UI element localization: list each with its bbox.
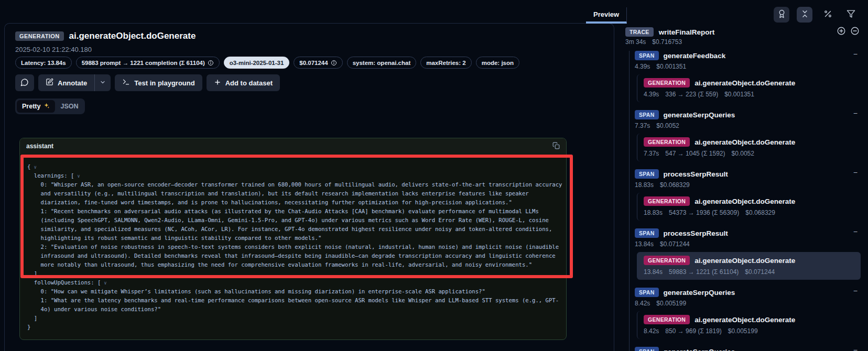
span-block: SPANgenerateSerpQueries− (635, 346, 864, 351)
span-row[interactable]: SPANgenerateSerpQueries− (635, 109, 864, 120)
badge-label: mode: json (482, 60, 514, 66)
percent-icon (823, 9, 832, 20)
span-row[interactable]: SPANgenerateSerpQueries− (635, 287, 864, 298)
span-name: generateSerpQueries (664, 348, 735, 351)
span-row[interactable]: SPANgenerateFeedback− (635, 50, 864, 61)
generation-name: ai.generateObject.doGenerate (695, 198, 795, 205)
award-icon (777, 9, 786, 20)
code-text: 0: "How can we mitigate Whisper’s limita… (27, 288, 485, 294)
funnel-icon (847, 9, 855, 20)
span-metrics: 8.42s$0.005199 (635, 300, 864, 308)
json-output-viewer: {∨ learnings: [∨ 0: "Whisper ASR, an ope… (20, 154, 566, 338)
generation-cost: $0.071244 (745, 268, 775, 277)
generation-type-badge: GENERATION (644, 196, 690, 206)
generation-cost: $0.0052 (732, 150, 754, 158)
collapse-toggle[interactable]: − (853, 287, 858, 295)
code-line: followUpQuestions: [∨ (27, 278, 559, 287)
generation-title-row: GENERATIONai.generateObject.doGenerate (644, 195, 856, 207)
span-cost: $0.071244 (660, 240, 690, 249)
collapse-toggle[interactable]: − (853, 50, 858, 58)
generation-row[interactable]: GENERATIONai.generateObject.doGenerate7.… (637, 134, 861, 161)
sidebar-icon-toolbar (774, 7, 859, 23)
generation-tokens: 54373 → 1936 (Σ 56309) (669, 209, 739, 217)
code-text: similarity, and specialized measures (NC… (27, 226, 552, 232)
collapse-all-button[interactable] (797, 7, 812, 23)
generation-row[interactable]: GENERATIONai.generateObject.doGenerate8.… (637, 311, 861, 339)
span-row[interactable]: SPANprocessSerpResult− (635, 227, 864, 239)
collapse-toggle[interactable]: − (853, 168, 858, 177)
plus-circle-icon[interactable] (837, 26, 846, 38)
code-text: diarization, fine-tuned word timestamps,… (27, 199, 512, 205)
generation-latency: 13.84s (644, 268, 663, 277)
copy-icon[interactable] (552, 142, 560, 151)
span-metrics: 13.84s$0.071244 (635, 240, 864, 249)
collapse-caret-icon[interactable]: ∨ (34, 164, 36, 170)
collapse-toggle[interactable]: − (853, 227, 858, 236)
comment-icon (20, 78, 29, 88)
span-tree: SPANgenerateFeedback−4.39s$0.001351GENER… (625, 50, 864, 351)
code-line: 1: "Recent benchmarks on adversarial aud… (27, 207, 559, 216)
metadata-badge: Latency: 13.84s (15, 57, 72, 69)
code-text: { (27, 163, 30, 170)
code-text: followUpQuestions: [ (27, 279, 101, 286)
generation-row[interactable]: GENERATIONai.generateObject.doGenerate18… (637, 193, 861, 221)
badge-label: Latency: 13.84s (21, 60, 66, 66)
info-icon[interactable] (331, 60, 337, 66)
span-type-badge: SPAN (635, 347, 659, 351)
annotate-button[interactable]: Annotate (38, 74, 95, 91)
generation-type-badge: GENERATION (644, 256, 690, 265)
trace-root-row[interactable]: TRACE writeFinalReport (625, 26, 860, 38)
code-line: 2: "Evaluation of noise robustness in sp… (27, 243, 559, 251)
generation-latency: 7.37s (644, 150, 659, 158)
collapse-toggle[interactable]: − (853, 109, 858, 117)
span-block: SPANgenerateSerpQueries−7.37s$0.0052GENE… (635, 109, 864, 161)
generation-type-badge: GENERATION (644, 78, 690, 87)
observation-header: GENERATION ai.generateObject.doGenerate (15, 31, 196, 41)
span-cost: $0.0052 (656, 122, 679, 130)
span-name: generateSerpQueries (664, 289, 735, 297)
trace-actions (837, 26, 860, 38)
generation-row[interactable]: GENERATIONai.generateObject.doGenerate13… (637, 252, 861, 280)
code-text: learnings: [ (27, 172, 74, 179)
code-line: and versatility (e.g., multilingual tran… (27, 189, 559, 198)
show-percentages-button[interactable] (820, 7, 836, 23)
generation-name: ai.generateObject.doGenerate (695, 316, 795, 324)
collapse-caret-icon[interactable]: ∨ (104, 280, 106, 286)
code-text: (including SpeechGPT, SALMONN, Qwen2-Aud… (27, 217, 549, 223)
code-text: and versatility (e.g., multilingual tran… (27, 190, 529, 196)
span-latency: 13.84s (635, 240, 654, 249)
minus-circle-icon[interactable] (850, 26, 860, 38)
badge-label: o3-mini-2025-01-31 (230, 60, 284, 66)
generation-title-row: GENERATIONai.generateObject.doGenerate (644, 136, 856, 148)
code-line: similarity, and specialized measures (NC… (27, 225, 559, 234)
span-type-badge: SPAN (635, 228, 659, 238)
trace-latency: 3m 34s (625, 38, 646, 46)
code-text: more notably than ultrasound, thus empha… (27, 261, 532, 268)
collapse-toggle[interactable]: − (853, 346, 858, 351)
code-line: more notably than ultrasound, thus empha… (27, 260, 559, 269)
generation-row[interactable]: GENERATIONai.generateObject.doGenerate4.… (637, 74, 861, 102)
generation-name: ai.generateObject.doGenerate (695, 138, 795, 146)
observation-preview-panel: Preview GENERATION ai.generateObject.doG… (4, 23, 614, 351)
playground-label: Test in playground (134, 79, 194, 87)
info-icon[interactable] (208, 60, 214, 66)
span-row[interactable]: SPANprocessSerpResult− (635, 168, 864, 180)
generation-tokens: 59883 → 1221 (Σ 61104) (669, 268, 739, 277)
comment-button[interactable] (15, 74, 34, 91)
generation-cost: $0.068329 (745, 209, 775, 217)
tab-json[interactable]: JSON (55, 100, 83, 113)
test-in-playground-button[interactable]: Test in playground (115, 74, 202, 91)
annotation-queue-button[interactable] (774, 7, 789, 23)
tab-preview[interactable]: Preview (586, 7, 627, 24)
add-to-dataset-button[interactable]: Add to dataset (207, 74, 280, 91)
span-cost: $0.068329 (660, 181, 690, 190)
annotate-dropdown-button[interactable] (95, 74, 111, 91)
filter-button[interactable] (843, 7, 859, 23)
tab-pretty[interactable]: Pretty (17, 100, 55, 113)
code-line: highlighting its robust semantic and lin… (27, 234, 559, 243)
sparkles-icon (43, 102, 50, 111)
span-row[interactable]: SPANgenerateSerpQueries− (635, 346, 864, 351)
code-line: diarization, fine-tuned word timestamps,… (27, 198, 559, 207)
collapse-caret-icon[interactable]: ∨ (77, 173, 80, 179)
span-block: SPANgenerateFeedback−4.39s$0.001351GENER… (635, 50, 864, 102)
